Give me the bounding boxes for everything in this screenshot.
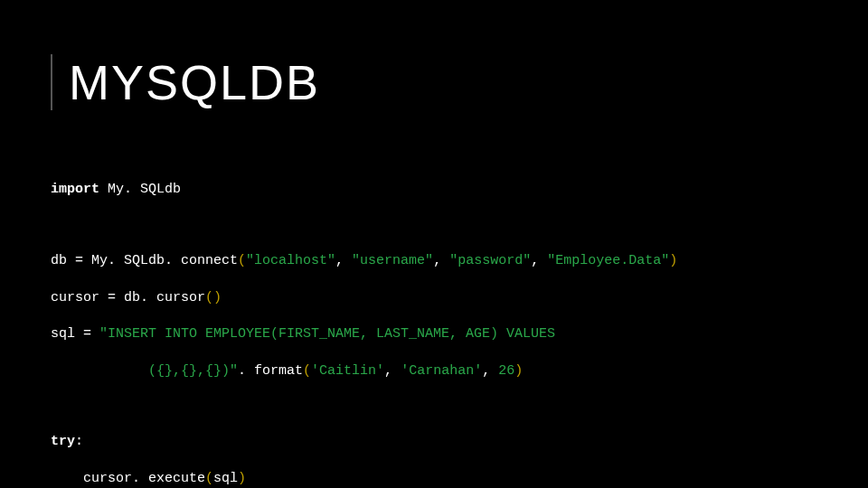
- string: 'Carnahan': [401, 363, 482, 379]
- code-text: cursor. execute: [83, 471, 205, 486]
- string: "Employee.Data": [547, 253, 669, 268]
- code-line: ({},{},{})". format('Caitlin', 'Carnahan…: [51, 362, 677, 380]
- code-line: db = My. SQLdb. connect("localhost", "us…: [51, 252, 677, 270]
- paren: ): [238, 471, 246, 486]
- comma: ,: [482, 363, 498, 379]
- string: "password": [449, 253, 531, 268]
- code-line: cursor = db. cursor(): [51, 289, 677, 307]
- code-text: My. SQLdb: [99, 182, 181, 197]
- colon: :: [75, 434, 83, 449]
- keyword-import: import: [51, 182, 99, 197]
- slide-title: MYSQLDB: [69, 54, 320, 110]
- indent: [51, 363, 148, 379]
- paren: ): [669, 253, 677, 268]
- paren: ): [514, 363, 523, 379]
- code-line: cursor. execute(sql): [51, 470, 677, 488]
- blank-line: [51, 218, 677, 234]
- code-text: sql =: [51, 326, 99, 342]
- title-container: MYSQLDB: [51, 54, 320, 110]
- number: 26: [498, 363, 514, 379]
- comma: ,: [384, 363, 401, 379]
- blank-line: [51, 399, 677, 415]
- keyword-try: try: [51, 434, 75, 449]
- paren: (: [303, 363, 311, 379]
- code-line: import My. SQLdb: [51, 181, 677, 199]
- code-text: cursor = db. cursor: [51, 290, 205, 305]
- string: 'Caitlin': [311, 363, 384, 379]
- string: "username": [352, 253, 433, 268]
- paren: (: [205, 471, 213, 486]
- string: "INSERT INTO EMPLOYEE(FIRST_NAME, LAST_N…: [99, 326, 555, 342]
- code-line: sql = "INSERT INTO EMPLOYEE(FIRST_NAME, …: [51, 325, 677, 343]
- code-text: db = My. SQLdb. connect: [51, 253, 238, 268]
- code-block: import My. SQLdb db = My. SQLdb. connect…: [51, 163, 677, 488]
- code-line: try:: [51, 433, 677, 451]
- paren: (): [205, 290, 222, 305]
- var: sql: [213, 471, 238, 486]
- comma: ,: [335, 253, 352, 268]
- comma: ,: [531, 253, 547, 268]
- code-text: . format: [238, 363, 303, 379]
- comma: ,: [433, 253, 449, 268]
- string: "localhost": [246, 253, 335, 268]
- indent: [51, 471, 83, 486]
- string: ({},{},{})": [148, 363, 238, 379]
- paren: (: [238, 253, 246, 268]
